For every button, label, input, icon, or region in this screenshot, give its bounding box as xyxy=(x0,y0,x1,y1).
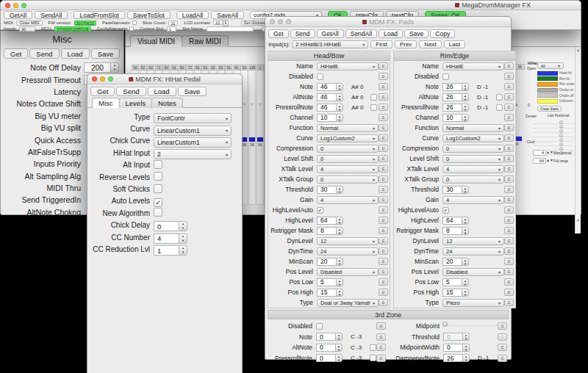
clear-button[interactable]: c xyxy=(504,268,514,275)
head-bow-channel-spinner-stepper[interactable]: ▲▼ xyxy=(336,114,343,122)
third-zone-midpoint-slider[interactable] xyxy=(443,323,498,326)
clear-stats-button[interactable]: Clear Stats xyxy=(537,106,562,112)
third-zone-midpointwidth-spinner-value[interactable]: 0 xyxy=(443,344,462,352)
stepper-down-icon[interactable]: ▼ xyxy=(337,262,343,266)
clear-button[interactable]: c xyxy=(379,62,388,70)
rim-edge-highlevel-spinner-value[interactable]: 64 xyxy=(442,217,462,225)
stepper-down-icon[interactable]: ▼ xyxy=(337,231,343,235)
hihat-alt-input-checkbox[interactable] xyxy=(154,160,162,169)
main-titlebar[interactable]: MegaDrumManager FX xyxy=(1,1,581,10)
third-zone-pressrollnote-spinner[interactable]: 0▲▼ xyxy=(316,354,343,362)
hihat-auto-levels-checkbox[interactable]: ✓ xyxy=(154,198,162,207)
slider-knob[interactable] xyxy=(442,322,448,327)
misc-note-off-delay-spinner-value[interactable]: 200 xyxy=(84,62,110,73)
clear-button[interactable]: c xyxy=(504,278,514,286)
rim-edge-minscan-spinner-stepper[interactable]: ▲▼ xyxy=(462,258,469,266)
third-zone-pressrollnote-spinner-stepper[interactable]: ▲▼ xyxy=(335,354,343,362)
close-button[interactable] xyxy=(92,76,97,82)
rim-edge-channel-spinner-value[interactable]: 10 xyxy=(442,114,462,122)
third-zone-altnote-spinner-stepper[interactable]: ▲▼ xyxy=(335,344,343,352)
head-bow-gain-select[interactable]: 4▾ xyxy=(317,196,379,204)
rim-edge-altnote-spinner-stepper[interactable]: ▲▼ xyxy=(462,93,469,101)
bar-count-select[interactable]: All ▾ xyxy=(537,62,564,69)
third-zone-disabled-checkbox[interactable] xyxy=(316,323,323,330)
head-bow-note-spinner-value[interactable]: 46 xyxy=(317,83,336,91)
loadall-button[interactable]: LoadAll xyxy=(176,11,209,19)
third-zone-midpointwidth-spinner[interactable]: 0▲▼ xyxy=(443,344,470,352)
tab-visual-midi[interactable]: Visual MIDI xyxy=(130,35,182,47)
clear-button[interactable]: c xyxy=(379,134,388,142)
stepper-down-icon[interactable]: ▼ xyxy=(462,293,468,297)
clear-button[interactable]: c xyxy=(504,134,514,142)
third-zone-midpointwidth-spinner-stepper[interactable]: ▲▼ xyxy=(462,344,470,352)
clear-button[interactable]: c xyxy=(379,165,388,173)
head-bow-retrigger-mask-spinner-stepper[interactable]: ▲▼ xyxy=(336,227,343,235)
third-zone-note-spinner[interactable]: 0▲▼ xyxy=(316,333,343,341)
hihat-cc-number-spinner[interactable]: 4▲▼ xyxy=(154,233,187,244)
rim-edge-pos-low-spinner[interactable]: 5▲▼ xyxy=(442,278,469,286)
third-zone-threshold-spinner[interactable]: 0▲▼ xyxy=(443,333,470,341)
clear-button[interactable]: c xyxy=(504,145,514,152)
hihat-reverse-levels-checkbox[interactable] xyxy=(154,172,162,181)
head-bow-altnote-spinner-stepper[interactable]: ▲▼ xyxy=(336,93,343,101)
third-zone-note-spinner-stepper[interactable]: ▲▼ xyxy=(335,333,343,341)
clear-button[interactable]: c xyxy=(504,237,514,245)
rim-edge-function-select[interactable]: Normal▾ xyxy=(442,124,504,132)
clear-button[interactable]: c xyxy=(504,289,514,296)
close-button[interactable] xyxy=(5,3,10,8)
rim-edge-pos-low-spinner-value[interactable]: 5 xyxy=(442,278,462,286)
rim-edge-threshold-spinner[interactable]: 30▲▼ xyxy=(442,186,469,194)
clear-button[interactable]: c xyxy=(376,322,386,330)
clear-button[interactable]: c xyxy=(379,114,388,121)
rim-edge-compression-select[interactable]: 0▾ xyxy=(442,145,504,153)
stepper-down-icon[interactable]: ▼ xyxy=(337,190,343,194)
head-bow-dyntime-select[interactable]: 24▾ xyxy=(317,247,379,256)
stepper-down-icon[interactable]: ▼ xyxy=(462,118,468,122)
stepper-down-icon[interactable]: ▼ xyxy=(111,68,118,72)
getall-button[interactable]: GetAll xyxy=(4,11,32,19)
rim-edge-xtalk-group-select[interactable]: 0▾ xyxy=(442,175,504,184)
hihat-chick-delay-spinner[interactable]: 0▲▼ xyxy=(154,221,187,231)
rim-edge-channel-spinner[interactable]: 10▲▼ xyxy=(442,114,469,122)
clear-button[interactable]: c xyxy=(504,114,514,121)
clear-button[interactable]: c xyxy=(379,217,388,224)
rim-edge-highlevel-spinner-stepper[interactable]: ▲▼ xyxy=(462,217,469,225)
minimize-button[interactable] xyxy=(100,76,105,82)
clear-button[interactable]: c xyxy=(504,165,514,173)
saveall-button[interactable]: SaveAll xyxy=(211,11,244,19)
rim-edge-altnote-alt-checkbox[interactable] xyxy=(496,94,503,101)
hihat-cc-reduction-lvl-spinner-stepper[interactable]: ▲▼ xyxy=(179,245,187,256)
head-bow-pos-low-spinner-value[interactable]: 5 xyxy=(317,278,336,286)
input-select[interactable]: 2 HiHatB/3 HiHatE ▾ xyxy=(292,40,368,48)
third-zone-altnote-alt-checkbox[interactable] xyxy=(370,344,376,351)
clear-button[interactable]: c xyxy=(504,217,514,224)
scroll-down-icon[interactable]: ▼ xyxy=(576,217,581,223)
head-bow-disabled-checkbox[interactable] xyxy=(317,73,323,80)
clear-button[interactable]: c xyxy=(379,227,388,234)
sendall-button[interactable]: SendAll xyxy=(345,29,377,38)
rim-edge-type-select[interactable]: Piezo▾ xyxy=(442,299,504,307)
clear-button[interactable]: c xyxy=(379,124,388,131)
clear-button[interactable]: c xyxy=(504,93,514,101)
clear-button[interactable]: c xyxy=(376,355,386,362)
rim-edge-minscan-spinner[interactable]: 20▲▼ xyxy=(442,258,469,266)
copy-button[interactable]: Copy xyxy=(430,29,455,38)
clear-button[interactable]: c xyxy=(379,237,388,245)
head-bow-curve-select[interactable]: Log1Custom2▾ xyxy=(317,134,379,142)
rim-edge-dyntime-select[interactable]: 24▾ xyxy=(442,247,504,256)
clear-button[interactable]: c xyxy=(379,196,388,203)
stepper-down-icon[interactable]: ▼ xyxy=(337,108,343,112)
stepper-down-icon[interactable]: ▼ xyxy=(463,348,469,352)
rim-edge-pos-high-spinner[interactable]: 15▲▼ xyxy=(442,289,469,297)
stepper-down-icon[interactable]: ▼ xyxy=(337,118,343,122)
save-button[interactable]: Save xyxy=(404,29,429,38)
save-to-slot-button[interactable]: SaveToSlot xyxy=(127,11,171,19)
clear-button[interactable]: c xyxy=(498,355,507,362)
clear-button[interactable]: c xyxy=(498,322,507,330)
stepper-down-icon[interactable]: ▼ xyxy=(336,337,342,341)
minimize-button[interactable] xyxy=(13,3,18,8)
scroll-up-icon[interactable]: ▲ xyxy=(576,47,581,53)
third-zone-pressrollnote-spinner-value[interactable]: 0 xyxy=(316,354,335,362)
hihat-chick-delay-spinner-stepper[interactable]: ▲▼ xyxy=(179,221,187,231)
stepper-down-icon[interactable]: ▼ xyxy=(337,98,343,101)
